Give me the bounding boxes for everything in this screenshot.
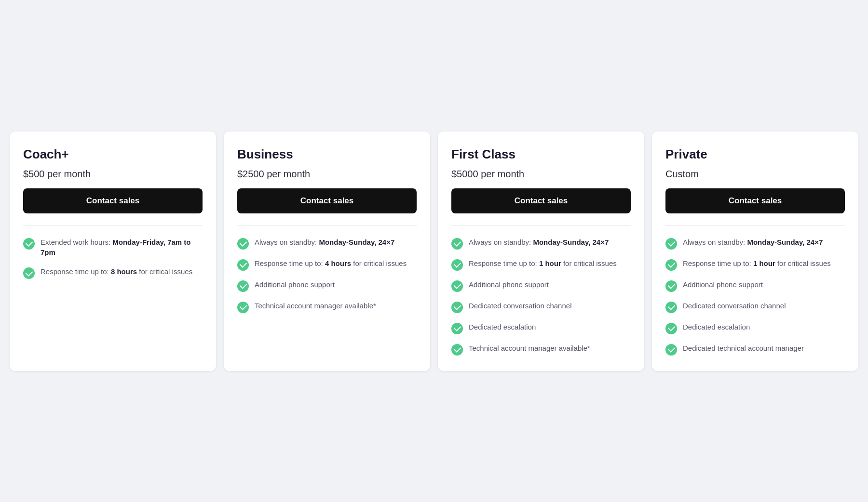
divider [665,225,845,225]
list-item: Technical account manager available* [237,301,417,313]
list-item: Dedicated escalation [451,322,631,334]
plan-name: First Class [451,147,631,162]
check-icon [451,323,463,334]
divider [451,225,631,225]
contact-sales-button[interactable]: Contact sales [237,188,417,213]
feature-text: Dedicated conversation channel [683,301,786,311]
check-icon [451,259,463,271]
plan-price: $2500 per month [237,169,417,180]
check-icon [237,238,249,250]
check-icon [237,259,249,271]
feature-text: Extended work hours: Monday-Friday, 7am … [41,237,203,258]
list-item: Dedicated escalation [665,322,845,334]
feature-text: Additional phone support [469,279,549,290]
list-item: Response time up to: 1 hour for critical… [665,258,845,271]
check-icon [665,280,677,292]
plan-card-business: Business$2500 per monthContact salesAlwa… [224,132,430,371]
features-list: Extended work hours: Monday-Friday, 7am … [23,237,203,279]
list-item: Always on standby: Monday-Sunday, 24×7 [665,237,845,250]
plan-card-first-class: First Class$5000 per monthContact salesA… [438,132,644,371]
contact-sales-button[interactable]: Contact sales [451,188,631,213]
plan-price: $5000 per month [451,169,631,180]
feature-text: Always on standby: Monday-Sunday, 24×7 [255,237,394,248]
feature-text: Dedicated technical account manager [683,343,804,354]
check-icon [237,280,249,292]
check-icon [451,302,463,313]
plan-card-private: PrivateCustomContact salesAlways on stan… [652,132,858,371]
check-icon [665,302,677,313]
check-icon [665,238,677,250]
list-item: Always on standby: Monday-Sunday, 24×7 [237,237,417,250]
plan-price: Custom [665,169,845,180]
contact-sales-button[interactable]: Contact sales [665,188,845,213]
divider [237,225,417,225]
plan-name: Business [237,147,417,162]
list-item: Always on standby: Monday-Sunday, 24×7 [451,237,631,250]
feature-text: Technical account manager available* [255,301,376,311]
feature-text: Response time up to: 1 hour for critical… [683,258,831,269]
feature-text: Always on standby: Monday-Sunday, 24×7 [683,237,823,248]
check-icon [665,323,677,334]
feature-text: Response time up to: 8 hours for critica… [41,266,192,277]
check-icon [665,259,677,271]
feature-text: Dedicated conversation channel [469,301,571,311]
features-list: Always on standby: Monday-Sunday, 24×7Re… [451,237,631,356]
feature-text: Additional phone support [683,279,763,290]
list-item: Response time up to: 1 hour for critical… [451,258,631,271]
feature-text: Always on standby: Monday-Sunday, 24×7 [469,237,609,248]
check-icon [237,302,249,313]
plan-name: Private [665,147,845,162]
check-icon [665,344,677,356]
check-icon [23,267,35,279]
list-item: Dedicated technical account manager [665,343,845,356]
list-item: Extended work hours: Monday-Friday, 7am … [23,237,203,258]
pricing-grid: Coach+$500 per monthContact salesExtende… [10,132,858,371]
features-list: Always on standby: Monday-Sunday, 24×7Re… [237,237,417,313]
feature-text: Response time up to: 4 hours for critica… [255,258,407,269]
plan-price: $500 per month [23,169,203,180]
list-item: Dedicated conversation channel [451,301,631,313]
feature-text: Dedicated escalation [469,322,536,332]
feature-text: Response time up to: 1 hour for critical… [469,258,617,269]
check-icon [451,238,463,250]
contact-sales-button[interactable]: Contact sales [23,188,203,213]
feature-text: Dedicated escalation [683,322,750,332]
feature-text: Additional phone support [255,279,335,290]
list-item: Technical account manager available* [451,343,631,356]
divider [23,225,203,225]
check-icon [23,238,35,250]
list-item: Dedicated conversation channel [665,301,845,313]
features-list: Always on standby: Monday-Sunday, 24×7Re… [665,237,845,356]
list-item: Additional phone support [237,279,417,292]
list-item: Response time up to: 4 hours for critica… [237,258,417,271]
check-icon [451,280,463,292]
plan-card-coach-plus: Coach+$500 per monthContact salesExtende… [10,132,216,371]
check-icon [451,344,463,356]
plan-name: Coach+ [23,147,203,162]
list-item: Response time up to: 8 hours for critica… [23,266,203,279]
list-item: Additional phone support [451,279,631,292]
list-item: Additional phone support [665,279,845,292]
feature-text: Technical account manager available* [469,343,590,354]
